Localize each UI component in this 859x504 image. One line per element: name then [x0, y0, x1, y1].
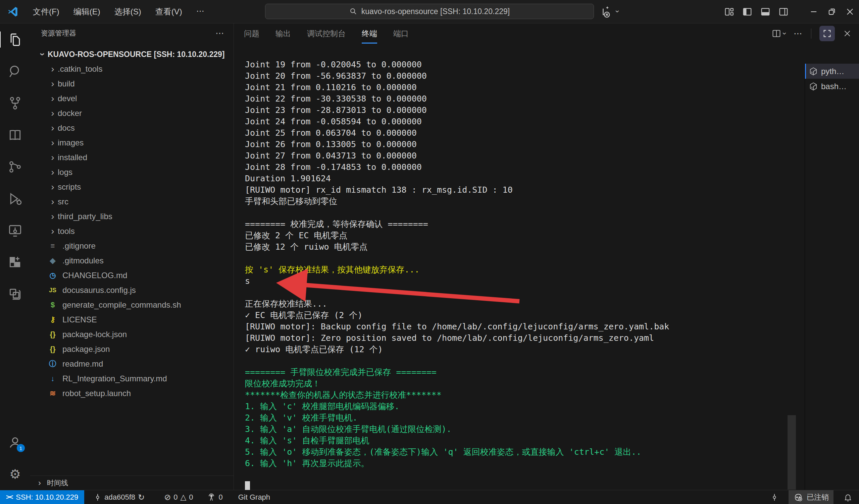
- toggle-panel-icon[interactable]: [756, 0, 774, 23]
- notifications-item[interactable]: [839, 490, 859, 504]
- panel-tab-[interactable]: 问题: [244, 23, 259, 44]
- tree-folder-third-party-libs[interactable]: ›third_party_libs: [30, 209, 233, 224]
- tree-file-robot-setup-launch[interactable]: ≋robot_setup.launch: [30, 386, 233, 401]
- more-actions-icon[interactable]: ⋯: [215, 28, 224, 38]
- sidebar-item-extensions[interactable]: [0, 246, 30, 278]
- chevron-down-icon: ›: [780, 32, 788, 34]
- toggle-sidebar-icon[interactable]: [738, 0, 756, 23]
- timeline-section[interactable]: › 时间线: [30, 475, 233, 490]
- terminal-line: ======== 手臂限位校准完成并已保存 ========: [245, 367, 669, 378]
- close-panel-button[interactable]: [843, 29, 852, 38]
- toggle-secondary-sidebar-icon[interactable]: [774, 0, 793, 23]
- tree-file-rl-integration-summary-md[interactable]: ↓RL_Integration_Summary.md: [30, 371, 233, 386]
- tree-folder-logs[interactable]: ›logs: [30, 165, 233, 179]
- braces-icon: {}: [48, 345, 58, 353]
- settings-button[interactable]: ⚙: [0, 458, 30, 490]
- broadcast-icon: [207, 493, 216, 502]
- tree-file-package-lock-json[interactable]: {}package-lock.json: [30, 327, 233, 342]
- file-label: package.json: [62, 345, 110, 354]
- menu-item-v[interactable]: 查看(V): [151, 4, 187, 19]
- remote-indicator[interactable]: >< SSH: 10.10.20.229: [0, 490, 84, 504]
- more-actions-icon[interactable]: ⋯: [794, 29, 803, 39]
- command-center-text: kuavo-ros-opensource [SSH: 10.10.20.229]: [361, 7, 510, 16]
- copilot-status-item[interactable]: 已注销: [788, 490, 833, 504]
- sidebar-item-docs[interactable]: [0, 119, 30, 151]
- book-icon: [8, 128, 22, 142]
- terminal-line: [245, 287, 669, 298]
- sidebar-item-source-control[interactable]: [0, 87, 30, 119]
- tree-folder-docker[interactable]: ›docker: [30, 106, 233, 121]
- tree-folder-scripts[interactable]: ›scripts: [30, 179, 233, 194]
- panel-tab-[interactable]: 输出: [275, 23, 291, 44]
- terminal-line: Joint 23 from -28.873013 to 0.000000: [245, 105, 669, 116]
- copilot-status-label: 已注销: [807, 492, 829, 502]
- tree-folder-installed[interactable]: ›installed: [30, 150, 233, 165]
- sidebar-item-remote-explorer[interactable]: [0, 215, 30, 246]
- launch-profile-button[interactable]: ›: [772, 29, 785, 38]
- commit-label: ada605f8: [104, 493, 135, 502]
- menu-item-e[interactable]: 编辑(E): [69, 4, 105, 19]
- js-icon: JS: [48, 287, 58, 294]
- terminal-line: Joint 19 from -0.020045 to 0.000000: [245, 59, 669, 70]
- panel-tab-[interactable]: 调试控制台: [307, 23, 346, 44]
- chevron-right-icon: ›: [48, 211, 58, 222]
- tree-file-generate-compile-commands-sh[interactable]: $generate_compile_commands.sh: [30, 298, 233, 312]
- customize-layout-icon[interactable]: [720, 0, 738, 23]
- git-graph-item[interactable]: Git Graph: [233, 490, 275, 504]
- sidebar-item-explorer[interactable]: [0, 23, 30, 55]
- vscode-logo: [7, 6, 19, 17]
- tree-file-gitignore[interactable]: ≡.gitignore: [30, 239, 233, 253]
- panel-tab-[interactable]: 端口: [393, 23, 409, 44]
- tree-file-gitmodules[interactable]: ◆.gitmodules: [30, 253, 233, 268]
- panel-tab-[interactable]: 终端: [362, 23, 377, 44]
- restore-icon[interactable]: [823, 0, 841, 23]
- panel-tabs: 问题输出调试控制台终端端口: [244, 23, 409, 44]
- tree-folder-devel[interactable]: ›devel: [30, 91, 233, 106]
- maximize-panel-button[interactable]: [819, 26, 835, 41]
- sidebar-item-git-graph[interactable]: [0, 151, 30, 183]
- command-center[interactable]: kuavo-ros-opensource [SSH: 10.10.20.229]: [265, 4, 594, 19]
- tree-file-docusaurus-config-js[interactable]: JSdocusaurus.config.js: [30, 283, 233, 298]
- terminal[interactable]: Joint 19 from -0.020045 to 0.000000Joint…: [234, 44, 859, 490]
- git-commit-item[interactable]: ada605f8 ↻: [89, 490, 149, 504]
- tree-file-package-json[interactable]: {}package.json: [30, 342, 233, 357]
- tree-file-changelog-md[interactable]: ◷CHANGELOG.md: [30, 268, 233, 283]
- tree-root[interactable]: ›KUAVO-ROS-OPENSOURCE [SSH: 10.10.20.229…: [30, 47, 233, 62]
- tree-folder-catkin-tools[interactable]: ›.catkin_tools: [30, 62, 233, 76]
- sidebar-item-search[interactable]: [0, 55, 30, 87]
- terminal-line: 5. 输入 'o' 移动到准备姿态，(准备姿态下)输入 'q' 返回校准姿态，或…: [245, 446, 669, 458]
- divider: [811, 29, 811, 38]
- tree-folder-src[interactable]: ›src: [30, 194, 233, 209]
- terminal-session-pyth[interactable]: pyth…: [805, 64, 859, 79]
- port-item[interactable]: [766, 490, 783, 504]
- broadcast-item[interactable]: 0: [202, 490, 227, 504]
- remote-explorer-icon: [8, 223, 22, 238]
- tree-folder-images[interactable]: ›images: [30, 136, 233, 150]
- list-icon: ≡: [48, 241, 58, 250]
- menu-item-f[interactable]: 文件(F): [28, 4, 64, 19]
- terminal-line: [245, 207, 669, 219]
- chevron-right-icon: ›: [48, 123, 58, 133]
- chevron-right-icon: ›: [48, 137, 58, 148]
- folder-label: docker: [58, 109, 82, 118]
- terminal-scrollbar[interactable]: [787, 415, 796, 490]
- tree-folder-build[interactable]: ›build: [30, 76, 233, 91]
- close-icon[interactable]: [841, 0, 859, 23]
- copilot-menu[interactable]: ›: [601, 5, 618, 18]
- folder-label: scripts: [58, 182, 81, 192]
- tree-file-readme-md[interactable]: ⓘreadme.md: [30, 357, 233, 371]
- minimize-icon[interactable]: [805, 0, 823, 23]
- tree-folder-tools[interactable]: ›tools: [30, 224, 233, 239]
- tree-folder-docs[interactable]: ›docs: [30, 121, 233, 136]
- problems-item[interactable]: ⊘ 0 △ 0: [160, 490, 198, 504]
- terminal-line: 4. 输入 's' 自检手臂腿部电机: [245, 435, 669, 446]
- terminal-line: s: [245, 275, 669, 287]
- menu-more-icon[interactable]: ⋯: [192, 4, 209, 19]
- account-button[interactable]: 1: [0, 426, 30, 458]
- tree-file-license[interactable]: ⚷LICENSE: [30, 312, 233, 327]
- terminal-line: 1. 输入 'c' 校准腿部电机编码器偏移.: [245, 401, 669, 412]
- sidebar-item-run-debug[interactable]: [0, 183, 30, 215]
- terminal-session-bash[interactable]: bash…: [805, 79, 859, 94]
- sidebar-item-organization[interactable]: [0, 278, 30, 310]
- menu-item-s[interactable]: 选择(S): [110, 4, 146, 19]
